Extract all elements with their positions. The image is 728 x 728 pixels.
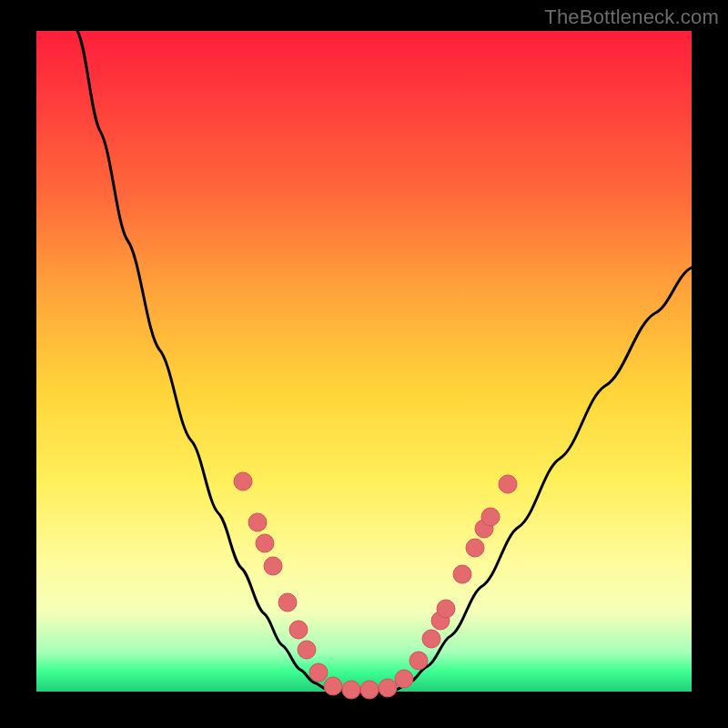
data-point <box>234 472 252 490</box>
chart-frame: TheBottleneck.com <box>0 0 728 728</box>
data-point <box>410 652 428 670</box>
data-point <box>379 679 397 697</box>
data-point <box>422 630 440 648</box>
data-point <box>264 557 282 575</box>
data-point <box>278 593 297 612</box>
chart-svg <box>36 31 692 692</box>
plot-area <box>36 31 692 692</box>
data-point <box>466 539 484 557</box>
data-point <box>437 600 455 618</box>
data-point <box>342 681 360 699</box>
watermark-label: TheBottleneck.com <box>544 5 719 29</box>
data-point <box>453 565 471 583</box>
data-point <box>248 513 267 531</box>
data-point <box>289 621 308 639</box>
data-point <box>499 475 517 493</box>
data-point <box>481 508 500 526</box>
data-point <box>324 677 342 695</box>
data-point <box>395 670 413 688</box>
curve-group <box>77 31 692 690</box>
data-point <box>360 681 379 699</box>
series-left-branch <box>77 31 328 690</box>
data-point <box>298 641 316 659</box>
data-point <box>256 534 274 552</box>
data-point <box>309 663 328 682</box>
marker-group <box>234 472 517 699</box>
